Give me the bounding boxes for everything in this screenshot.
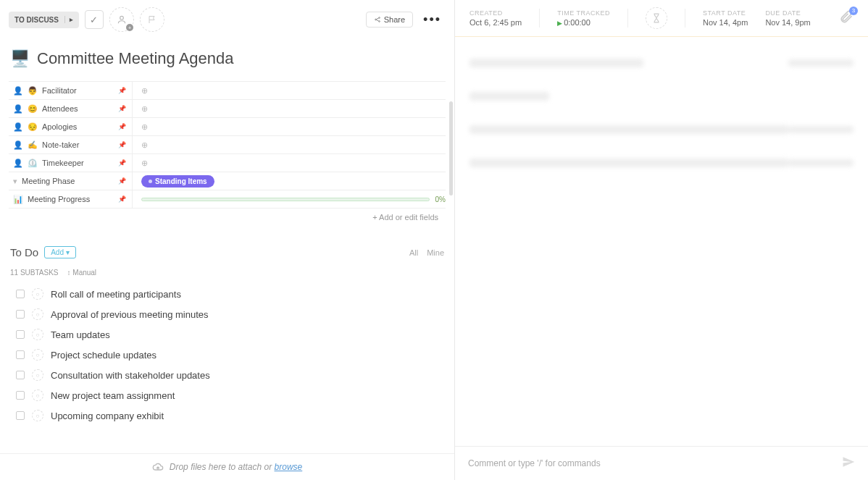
share-button[interactable]: Share — [366, 12, 413, 28]
subtask-count: 11 SUBTASKS — [10, 269, 59, 277]
subtask-checkbox[interactable] — [16, 411, 25, 420]
estimate-button[interactable] — [646, 7, 667, 29]
check-icon: ✓ — [90, 14, 98, 25]
meta-start-date[interactable]: START DATE Nov 14, 4pm — [703, 9, 748, 27]
pin-icon[interactable]: 📌 — [118, 141, 126, 148]
field-apologies[interactable]: 👤😔Apologies📌 ⊕ — [9, 118, 446, 136]
field-label: Meeting Progress — [28, 195, 90, 203]
dropdown-icon: ▾ — [13, 177, 17, 186]
subtask-row[interactable]: ○Upcoming company exhibit — [10, 405, 444, 426]
add-edit-fields-link[interactable]: + Add or edit fields — [9, 209, 446, 226]
field-label: Apologies — [42, 122, 77, 131]
filter-all[interactable]: All — [409, 248, 418, 257]
pin-icon[interactable]: 📌 — [118, 195, 126, 203]
subtask-checkbox[interactable] — [16, 330, 25, 339]
plus-icon: + — [126, 24, 133, 31]
field-label: Note-taker — [42, 140, 79, 149]
subtask-title: Approval of previous meeting minutes — [51, 309, 209, 320]
subtask-title: Team updates — [51, 329, 110, 340]
filter-mine[interactable]: Mine — [427, 248, 444, 257]
task-title[interactable]: Committee Meeting Agenda — [37, 49, 234, 68]
hourglass-icon — [651, 13, 662, 23]
subtask-row[interactable]: ○Consultation with stakeholder updates — [10, 365, 444, 385]
meta-time-tracked[interactable]: TIME TRACKED ▶0:00:00 — [557, 9, 610, 27]
field-value[interactable]: ⊕ — [132, 100, 446, 117]
file-drop-area[interactable]: Drop files here to attach or browse — [0, 453, 454, 480]
field-value[interactable]: ⊕ — [132, 82, 446, 99]
phase-tag[interactable]: Standing Items — [141, 175, 214, 188]
subtask-title: Upcoming company exhibit — [51, 410, 164, 421]
title-emoji-icon[interactable]: 🖥️ — [10, 49, 30, 68]
field-value[interactable]: ⊕ — [132, 136, 446, 153]
add-subtask-button[interactable]: Add ▾ — [44, 246, 76, 258]
scrollbar[interactable] — [449, 101, 453, 195]
pin-icon[interactable]: 📌 — [118, 177, 126, 185]
person-icon: 👤 — [13, 104, 23, 114]
field-meeting-progress[interactable]: 📊Meeting Progress📌 0% — [9, 190, 446, 209]
priority-flag-button[interactable] — [140, 7, 164, 32]
subtask-row[interactable]: ○Roll call of meeting participants — [10, 284, 444, 304]
field-value[interactable]: 0% — [132, 190, 446, 208]
field-timekeeper[interactable]: 👤⏲️Timekeeper📌 ⊕ — [9, 154, 446, 172]
browse-link[interactable]: browse — [275, 462, 303, 472]
field-meeting-phase[interactable]: ▾Meeting Phase📌 Standing Items — [9, 172, 446, 190]
field-notetaker[interactable]: 👤✍️Note-taker📌 ⊕ — [9, 136, 446, 154]
subtask-checkbox[interactable] — [16, 310, 25, 319]
comment-input[interactable]: Comment or type '/' for commands — [455, 446, 868, 480]
task-meta-bar: CREATED Oct 6, 2:45 pm TIME TRACKED ▶0:0… — [455, 0, 868, 37]
subtask-status-icon[interactable]: ○ — [32, 329, 43, 340]
subtask-status-icon[interactable]: ○ — [32, 349, 43, 361]
subtask-checkbox[interactable] — [16, 371, 25, 379]
field-label: Attendees — [42, 104, 78, 113]
field-value[interactable]: ⊕ — [132, 154, 446, 172]
play-icon[interactable]: ▶ — [557, 20, 562, 27]
field-label: Meeting Phase — [22, 177, 75, 185]
subtask-checkbox[interactable] — [16, 350, 25, 359]
field-emoji-icon: 👨 — [28, 86, 38, 96]
subtask-checkbox[interactable] — [16, 391, 25, 400]
subtask-row[interactable]: ○Team updates — [10, 324, 444, 345]
share-icon — [374, 16, 381, 23]
pin-icon[interactable]: 📌 — [118, 123, 126, 130]
subtask-row[interactable]: ○Approval of previous meeting minutes — [10, 304, 444, 324]
subtask-row[interactable]: ○New project team assignment — [10, 385, 444, 405]
subtask-status-icon[interactable]: ○ — [32, 390, 43, 401]
send-icon[interactable] — [842, 455, 855, 471]
field-attendees[interactable]: 👤😊Attendees📌 ⊕ — [9, 100, 446, 118]
subtask-status-icon[interactable]: ○ — [32, 369, 43, 381]
field-emoji-icon: 😔 — [28, 122, 38, 132]
meta-due-date[interactable]: DUE DATE Nov 14, 9pm — [765, 9, 810, 27]
cloud-upload-icon — [152, 461, 164, 473]
svg-point-3 — [378, 21, 380, 22]
progress-icon: 📊 — [13, 195, 23, 204]
more-menu-button[interactable]: ••• — [419, 12, 446, 28]
field-value[interactable]: ⊕ — [132, 118, 446, 135]
assignee-add-button[interactable]: + — [109, 7, 134, 32]
todo-title: To Do — [10, 246, 38, 258]
send-plane-icon — [842, 455, 855, 468]
svg-point-0 — [120, 16, 124, 20]
pin-icon[interactable]: 📌 — [118, 159, 126, 167]
attachments-button[interactable]: 3 — [839, 9, 854, 28]
field-label: Facilitator — [42, 86, 77, 95]
subtask-status-icon[interactable]: ○ — [32, 288, 43, 300]
share-label: Share — [384, 15, 405, 24]
field-facilitator[interactable]: 👤👨Facilitator📌 ⊕ — [9, 82, 446, 100]
field-emoji-icon: ⏲️ — [28, 159, 38, 168]
subtask-row[interactable]: ○Project schedule updates — [10, 345, 444, 365]
subtask-title: Project schedule updates — [51, 350, 157, 361]
sort-mode[interactable]: ↕ Manual — [67, 269, 97, 277]
pin-icon[interactable]: 📌 — [118, 105, 126, 112]
subtask-status-icon[interactable]: ○ — [32, 308, 43, 320]
subtask-checkbox[interactable] — [16, 290, 25, 298]
field-value[interactable]: Standing Items — [132, 172, 446, 190]
custom-fields: 👤👨Facilitator📌 ⊕ 👤😊Attendees📌 ⊕ 👤😔Apolog… — [9, 81, 446, 226]
progress-bar[interactable] — [141, 198, 430, 201]
pin-icon[interactable]: 📌 — [118, 87, 126, 94]
subtask-status-icon[interactable]: ○ — [32, 410, 43, 421]
status-button[interactable]: TO DISCUSS ▸ — [9, 12, 79, 28]
status-next-icon[interactable]: ▸ — [64, 16, 73, 23]
person-icon: 👤 — [13, 159, 23, 168]
person-icon — [117, 14, 127, 25]
complete-check-button[interactable]: ✓ — [85, 10, 104, 29]
